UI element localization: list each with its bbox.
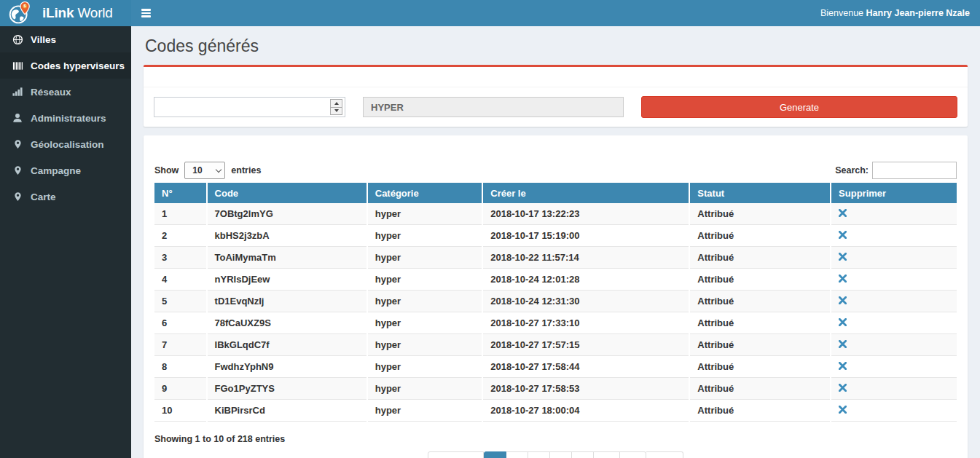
cell-code: 7OBtg2lmYG xyxy=(207,203,367,225)
entries-length-control: Show 10 entries xyxy=(154,162,261,179)
cell-categorie: hyper xyxy=(367,247,483,269)
sidebar-item-geolocalisation[interactable]: Géolocalisation xyxy=(0,131,131,157)
cell-categorie: hyper xyxy=(367,225,483,247)
cell-categorie: hyper xyxy=(367,291,483,312)
table-row: 2 kbHS2j3zbA hyper 2018-10-17 15:19:00 A… xyxy=(154,225,957,247)
sidebar-item-campagne[interactable]: Campagne xyxy=(0,157,131,183)
cell-supprimer xyxy=(831,356,957,378)
sidebar-item-villes[interactable]: Villes xyxy=(0,26,131,52)
cell-supprimer xyxy=(831,203,957,225)
cell-supprimer xyxy=(831,334,957,356)
column-header-code[interactable]: Code xyxy=(207,183,367,203)
category-field[interactable] xyxy=(363,97,624,117)
delete-x-icon[interactable] xyxy=(839,209,847,217)
delete-x-icon[interactable] xyxy=(839,318,847,326)
quantity-field[interactable] xyxy=(154,97,345,117)
map-marker-icon xyxy=(10,139,25,149)
column-header-creer-le[interactable]: Créer le xyxy=(482,183,689,203)
column-header-categorie[interactable]: Catégorie xyxy=(367,183,483,203)
search-input[interactable] xyxy=(872,162,957,179)
table-row: 6 78fCaUXZ9S hyper 2018-10-27 17:33:10 A… xyxy=(154,312,957,334)
delete-x-icon[interactable] xyxy=(839,231,847,239)
codes-table-panel: Show 10 entries Search: xyxy=(144,135,968,458)
generator-panel-header xyxy=(144,67,968,87)
pagination-page-button-22[interactable]: 22 xyxy=(620,451,647,458)
column-header-statut[interactable]: Statut xyxy=(689,183,831,203)
quantity-stepper[interactable] xyxy=(330,99,342,115)
cell-numero: 4 xyxy=(154,269,207,291)
cell-categorie: hyper xyxy=(367,269,483,291)
column-header-numero[interactable]: N° xyxy=(154,183,207,203)
entries-select[interactable]: 10 xyxy=(184,162,225,179)
cell-creer-le: 2018-10-17 13:22:23 xyxy=(482,203,689,225)
column-header-supprimer[interactable]: Supprimer xyxy=(831,183,957,203)
sidebar-item-codes-hyperviseurs[interactable]: Codes hyperviseurs xyxy=(0,52,131,79)
table-row: 7 IBkGLqdC7f hyper 2018-10-27 17:57:15 A… xyxy=(154,334,957,356)
sidebar-toggle-icon[interactable] xyxy=(141,9,154,17)
map-marker-icon xyxy=(10,165,25,175)
ilink-world-logo-icon: $ xyxy=(9,1,32,25)
cell-code: ToAiMymaTm xyxy=(207,247,367,269)
table-row: 5 tD1EvqNzIj hyper 2018-10-24 12:31:30 A… xyxy=(154,291,957,312)
table-row: 8 FwdhzYphN9 hyper 2018-10-27 17:58:44 A… xyxy=(154,356,957,378)
delete-x-icon[interactable] xyxy=(839,362,847,370)
pagination-next-button[interactable]: Next xyxy=(646,451,683,458)
cell-creer-le: 2018-10-22 11:57:14 xyxy=(482,247,689,269)
pagination-page-button-3[interactable]: 3 xyxy=(528,451,550,458)
page-title: Codes générés xyxy=(145,36,968,56)
delete-x-icon[interactable] xyxy=(839,296,847,304)
barcode-icon xyxy=(10,60,25,71)
pagination-ellipsis: … xyxy=(594,451,620,458)
cell-code: tD1EvqNzIj xyxy=(207,291,367,312)
pagination-previous-button[interactable]: Previous xyxy=(428,451,484,458)
cell-supprimer xyxy=(831,225,957,247)
cell-categorie: hyper xyxy=(367,356,483,378)
cell-statut: Attribué xyxy=(689,378,831,400)
cell-creer-le: 2018-10-24 12:31:30 xyxy=(482,291,689,312)
cell-categorie: hyper xyxy=(367,378,483,400)
generate-button[interactable]: Generate xyxy=(641,96,957,118)
cell-statut: Attribué xyxy=(689,400,831,422)
stepper-down-icon[interactable] xyxy=(331,108,342,115)
table-row: 4 nYRIsDjEew hyper 2018-10-24 12:01:28 A… xyxy=(154,269,957,291)
sidebar-item-administrateurs[interactable]: Administrateurs xyxy=(0,105,131,131)
cell-creer-le: 2018-10-17 15:19:00 xyxy=(482,225,689,247)
pagination-page-button-5[interactable]: 5 xyxy=(572,451,594,458)
cell-numero: 3 xyxy=(154,247,207,269)
delete-x-icon[interactable] xyxy=(839,275,847,283)
delete-x-icon[interactable] xyxy=(839,384,847,392)
cell-statut: Attribué xyxy=(689,269,831,291)
pagination-page-button-4[interactable]: 4 xyxy=(550,451,572,458)
sidebar-item-reseaux[interactable]: Réseaux xyxy=(0,79,131,105)
sidebar-item-carte[interactable]: Carte xyxy=(0,183,131,210)
cell-numero: 9 xyxy=(154,378,207,400)
delete-x-icon[interactable] xyxy=(839,340,847,348)
pagination: Previous 12345…22 Next xyxy=(154,451,957,458)
globe-icon xyxy=(10,34,25,45)
delete-x-icon[interactable] xyxy=(839,406,847,414)
cell-categorie: hyper xyxy=(367,334,483,356)
cell-creer-le: 2018-10-27 17:57:15 xyxy=(482,334,689,356)
cell-statut: Attribué xyxy=(689,312,831,334)
table-body: 1 7OBtg2lmYG hyper 2018-10-17 13:22:23 A… xyxy=(154,203,957,422)
cell-code: FGo1PyZTYS xyxy=(207,378,367,400)
app-window: $ iLink World Bienvenue Hanry Jean-pierr… xyxy=(0,0,980,458)
cell-supprimer xyxy=(831,291,957,312)
welcome-prefix: Bienvenue xyxy=(820,8,866,18)
cell-statut: Attribué xyxy=(689,225,831,247)
search-label: Search: xyxy=(835,165,869,175)
navbar: Bienvenue Hanry Jean-pierre Nzale xyxy=(131,0,980,26)
pagination-page-button-1[interactable]: 1 xyxy=(484,451,506,458)
table-row: 1 7OBtg2lmYG hyper 2018-10-17 13:22:23 A… xyxy=(154,203,957,225)
cell-statut: Attribué xyxy=(689,291,831,312)
cell-creer-le: 2018-10-27 17:33:10 xyxy=(482,312,689,334)
delete-x-icon[interactable] xyxy=(839,253,847,261)
search-control: Search: xyxy=(835,162,957,179)
stepper-up-icon[interactable] xyxy=(331,100,342,108)
codes-table: N° Code Catégorie Créer le Statut Suppri… xyxy=(154,183,957,422)
brand-logo-area[interactable]: $ iLink World xyxy=(0,0,131,26)
pagination-page-button-2[interactable]: 2 xyxy=(506,451,528,458)
generator-form: Generate xyxy=(144,87,968,127)
sidebar-item-label: Villes xyxy=(31,34,56,45)
cell-code: kbHS2j3zbA xyxy=(207,225,367,247)
